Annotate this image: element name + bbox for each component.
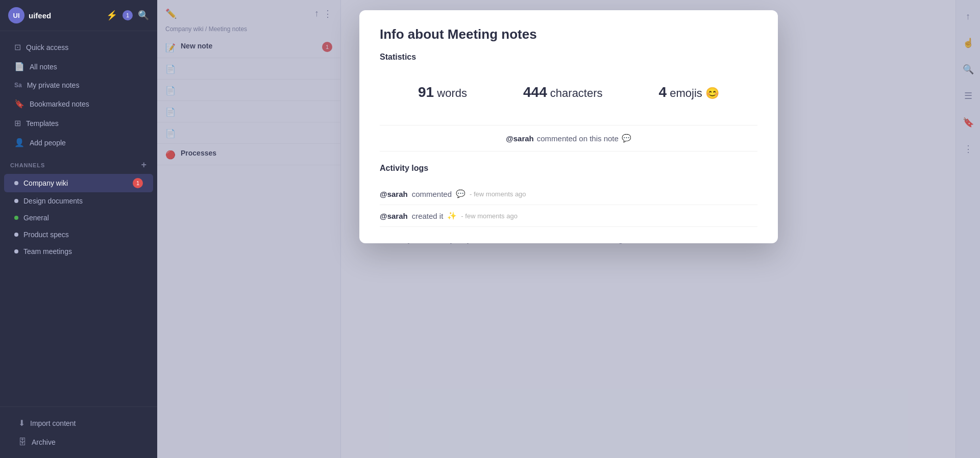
sidebar-item-templates[interactable]: ⊞ Templates xyxy=(4,114,153,133)
channel-dot xyxy=(14,199,18,203)
modal-title: Info about Meeting notes xyxy=(380,27,757,42)
sidebar-item-label: Bookmarked notes xyxy=(30,100,89,108)
chars-count: 444 characters xyxy=(523,84,603,100)
modal-body: Statistics 91 words 444 characters xyxy=(359,53,778,243)
search-icon[interactable]: 🔍 xyxy=(138,10,149,21)
statistics-section-title: Statistics xyxy=(380,53,757,62)
sidebar-nav: ⊡ Quick access 📄 All notes Sa My private… xyxy=(0,31,157,406)
stats-row: 91 words 444 characters 4 emojis xyxy=(380,72,757,113)
add-channel-icon[interactable]: + xyxy=(141,160,147,170)
mention-username: @sarah xyxy=(506,134,534,143)
main-area: ✏️ ↑ ⋮ Company wiki / Meeting notes 📝 Ne… xyxy=(157,0,980,458)
activity-user-1: @sarah xyxy=(380,190,408,198)
channel-item-product-specs[interactable]: Product specs xyxy=(4,226,153,243)
avatar: UI xyxy=(8,7,24,23)
archive-icon: 🗄 xyxy=(18,438,27,447)
modal-overlay[interactable]: Info about Meeting notes Statistics 91 w… xyxy=(157,0,980,458)
channel-dot xyxy=(14,233,18,237)
activity-section-title: Activity logs xyxy=(380,164,757,173)
activity-user-2: @sarah xyxy=(380,212,408,220)
sidebar-item-bookmarked[interactable]: 🔖 Bookmarked notes xyxy=(4,94,153,113)
channel-dot xyxy=(14,216,18,220)
notification-badge[interactable]: 1 xyxy=(122,10,133,20)
words-count: 91 words xyxy=(418,84,467,100)
channel-item-team-meetings[interactable]: Team meetings xyxy=(4,243,153,260)
sidebar-header-icons: ⚡ 1 🔍 xyxy=(106,10,149,21)
mention-row: @sarah commented on this note 💬 xyxy=(380,125,757,151)
channel-label: General xyxy=(23,214,49,222)
sidebar-item-label: Templates xyxy=(26,119,59,128)
bookmark-icon: 🔖 xyxy=(14,99,24,109)
info-modal: Info about Meeting notes Statistics 91 w… xyxy=(359,10,778,243)
words-stat: 91 words xyxy=(418,84,467,100)
sidebar-item-all-notes[interactable]: 📄 All notes xyxy=(4,57,153,76)
channel-dot xyxy=(14,181,18,185)
activity-time-1: - few moments ago xyxy=(470,190,526,198)
sidebar-bottom: ⬇ Import content 🗄 Archive xyxy=(0,406,157,458)
channel-label: Company wiki xyxy=(23,179,68,187)
channel-label: Design documents xyxy=(23,197,83,205)
comment-icon: 💬 xyxy=(622,134,631,143)
channel-item-design-documents[interactable]: Design documents xyxy=(4,193,153,209)
notes-icon: 📄 xyxy=(14,62,24,71)
private-icon: Sa xyxy=(14,82,22,89)
channel-item-company-wiki[interactable]: Company wiki 1 xyxy=(4,174,153,192)
activity-item-1: @sarah commented 💬 - few moments ago xyxy=(380,183,757,205)
sidebar-item-label: All notes xyxy=(30,63,57,71)
mention-text: commented on this note xyxy=(537,134,619,143)
channel-label: Product specs xyxy=(23,231,69,239)
activity-action-1: commented xyxy=(412,190,452,198)
add-person-icon: 👤 xyxy=(14,138,24,147)
emojis-count: 4 emojis 😊 xyxy=(659,84,719,100)
channels-section-label: CHANNELS + xyxy=(0,152,157,173)
emojis-stat: 4 emojis 😊 xyxy=(659,84,719,100)
activity-action-icon-2: ✨ xyxy=(447,211,457,220)
templates-icon: ⊞ xyxy=(14,118,21,128)
modal-header: Info about Meeting notes xyxy=(359,10,778,53)
sidebar-item-label: Add people xyxy=(30,139,66,147)
channel-dot xyxy=(14,249,18,253)
emoji-face-icon: 😊 xyxy=(705,87,719,99)
sidebar-item-label: Import content xyxy=(30,419,76,427)
channel-label: Team meetings xyxy=(23,247,72,256)
sidebar-header: UI uifeed ⚡ 1 🔍 xyxy=(0,0,157,31)
sidebar-item-private-notes[interactable]: Sa My private notes xyxy=(4,77,153,94)
sidebar-item-label: Archive xyxy=(32,438,56,446)
activity-action-2: created it xyxy=(412,212,444,220)
sidebar-item-quick-access[interactable]: ⊡ Quick access xyxy=(4,38,153,57)
channel-badge: 1 xyxy=(133,178,143,188)
chars-stat: 444 characters xyxy=(523,84,603,100)
sidebar-item-label: Quick access xyxy=(26,43,68,52)
sidebar-item-import[interactable]: ⬇ Import content xyxy=(8,414,149,432)
channel-item-general[interactable]: General xyxy=(4,210,153,226)
activity-time-2: - few moments ago xyxy=(461,212,518,220)
grid-icon: ⊡ xyxy=(14,42,21,52)
activity-action-icon-1: 💬 xyxy=(456,189,465,198)
sidebar-item-add-people[interactable]: 👤 Add people xyxy=(4,133,153,152)
sidebar-item-label: My private notes xyxy=(27,81,80,89)
import-icon: ⬇ xyxy=(18,418,25,428)
sidebar-item-archive[interactable]: 🗄 Archive xyxy=(8,433,149,451)
sidebar: UI uifeed ⚡ 1 🔍 ⊡ Quick access 📄 All not… xyxy=(0,0,157,458)
bolt-icon[interactable]: ⚡ xyxy=(106,10,117,21)
workspace-name: uifeed xyxy=(29,11,102,20)
activity-item-2: @sarah created it ✨ - few moments ago xyxy=(380,205,757,227)
